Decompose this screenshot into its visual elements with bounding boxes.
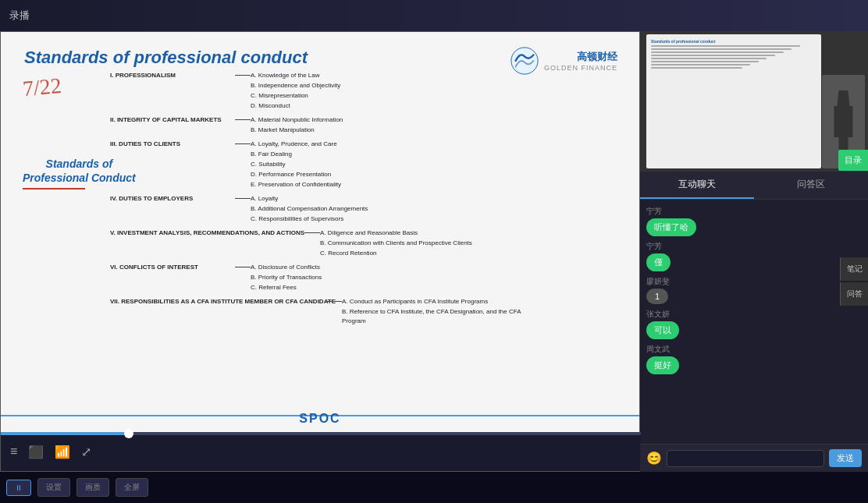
main-content: Standards of professional conduct 高顿财经 G… <box>0 31 868 472</box>
outline-row-2: III. DUTIES TO CLIENTSA. Loyalty, Pruden… <box>110 140 538 190</box>
pause-button[interactable]: ⏸ <box>6 480 31 496</box>
sub-item-0-0: A. Knowledge of the Law <box>251 71 340 80</box>
logo-text: 高顿财经 GOLDEN FINANCE <box>544 50 617 72</box>
outline-row-6: VII. RESPONSIBILITIES AS A CFA INSTITUTE… <box>110 297 538 326</box>
sub-item-0-1: B. Independence and Objectivity <box>251 81 340 90</box>
right-panel-inner: Standards of professional conduct <box>640 31 868 472</box>
chat-username-2: 宁芳 <box>646 241 671 252</box>
sub-item-4-0: A. Diligence and Reasonable Basis <box>320 228 472 238</box>
handwriting-overlay: 7/22 <box>22 73 62 101</box>
sub-item-6-1: B. Reference to CFA Institute, the CFA D… <box>342 307 538 326</box>
sub-item-2-0: A. Loyalty, Prudence, and Care <box>251 140 341 149</box>
chat-username-1: 宁芳 <box>646 206 696 217</box>
right-panel: Standards of professional conduct <box>640 31 868 472</box>
progress-bar-fill[interactable] <box>1 432 129 435</box>
slide-area: Standards of professional conduct 高顿财经 G… <box>0 31 640 472</box>
tab-qa[interactable]: 问答区 <box>754 172 868 199</box>
sub-item-2-1: B. Fair Dealing <box>251 150 341 159</box>
logo-en: GOLDEN FINANCE <box>544 64 617 72</box>
chat-bubble-5: 挺好 <box>646 356 679 374</box>
outline-container: I. PROFESSIONALISMA. Knowledge of the La… <box>110 71 538 331</box>
outline-row-0: I. PROFESSIONALISMA. Knowledge of the La… <box>110 71 538 111</box>
progress-bar-container[interactable] <box>1 432 641 435</box>
sub-item-6-0: A. Conduct as Participants in CFA Instit… <box>342 297 538 306</box>
roman-label-2: III. DUTIES TO CLIENTS <box>110 140 235 147</box>
chat-entry-1: 宁芳 听懂了哈 <box>646 206 862 236</box>
sub-item-5-0: A. Disclosure of Conflicts <box>251 263 322 272</box>
thumb-lines <box>651 45 816 69</box>
sub-item-2-3: D. Performance Presentation <box>251 170 341 179</box>
sub-item-2-2: C. Suitability <box>251 160 341 169</box>
roman-label-6: VII. RESPONSIBILITIES AS A CFA INSTITUTE… <box>110 297 326 305</box>
fullscreen-button[interactable]: 全屏 <box>116 478 148 497</box>
notes-button[interactable]: 笔记 <box>840 257 868 281</box>
thumbnail: Standards of professional conduct <box>640 31 868 172</box>
outline-row-1: II. INTEGRITY OF CAPITAL MARKETSA. Mater… <box>110 115 538 135</box>
sub-item-0-3: D. Misconduct <box>251 101 340 111</box>
chat-username-5: 周文武 <box>646 344 679 355</box>
chat-bubble-2: 僅 <box>646 253 671 271</box>
catalog-button[interactable]: 目录 <box>838 150 868 171</box>
fullscreen-icon[interactable]: ⤢ <box>81 445 91 459</box>
logo-cn: 高顿财经 <box>577 50 617 64</box>
controls-bar: ≡ ⬛ 📶 ⤢ <box>1 432 641 471</box>
sub-item-5-1: B. Priority of Transactions <box>251 273 322 282</box>
chat-bubble-3: 1 <box>646 289 668 304</box>
sub-item-1-1: B. Market Manipulation <box>251 126 343 135</box>
progress-thumb[interactable] <box>124 429 133 438</box>
chat-messages: 宁芳 听懂了哈 宁芳 僅 廖妍斐 1 <box>640 200 868 381</box>
chat-username-3: 廖妍斐 <box>646 276 670 287</box>
slide-inner: Standards of professional conduct 高顿财经 G… <box>1 32 639 432</box>
outline-row-3: IV. DUTIES TO EMPLOYERSA. LoyaltyB. Addi… <box>110 194 538 224</box>
chat-bubble-1: 听懂了哈 <box>646 218 696 236</box>
roman-label-3: IV. DUTIES TO EMPLOYERS <box>110 194 235 202</box>
outline-row-4: V. INVESTMENT ANALYSIS, RECOMMENDATIONS,… <box>110 228 538 258</box>
sub-item-3-1: B. Additional Compensation Arrangements <box>251 204 368 214</box>
wifi-icon[interactable]: 📶 <box>55 445 70 459</box>
send-button[interactable]: 发送 <box>829 449 862 467</box>
sub-item-4-2: C. Record Retention <box>320 249 472 258</box>
sub-item-3-0: A. Loyalty <box>251 194 368 204</box>
emoji-button[interactable]: 😊 <box>646 451 662 466</box>
chat-username-4: 张文妍 <box>646 309 679 320</box>
quality-button[interactable]: 画质 <box>76 478 109 497</box>
sub-item-4-1: B. Communication with Clients and Prospe… <box>320 239 472 248</box>
sub-item-1-0: A. Material Nonpublic Information <box>251 115 343 125</box>
chat-input[interactable] <box>667 450 824 467</box>
chat-entry-4: 张文妍 可以 <box>646 309 862 339</box>
roman-label-1: II. INTEGRITY OF CAPITAL MARKETS <box>110 115 235 123</box>
sub-item-2-4: E. Preservation of Confidentiality <box>251 180 341 190</box>
chat-bubble-4: 可以 <box>646 321 679 339</box>
chat-entry-3: 廖妍斐 1 <box>646 276 862 304</box>
chat-tabs: 互动聊天 问答区 <box>640 172 868 200</box>
outline-row-5: VI. CONFLICTS OF INTERESTA. Disclosure o… <box>110 263 538 292</box>
tab-interactive-chat[interactable]: 互动聊天 <box>640 172 754 199</box>
sub-item-5-2: C. Referral Fees <box>251 283 322 292</box>
answer-button[interactable]: 问答 <box>840 282 868 306</box>
sub-item-3-2: C. Responsibilities of Supervisors <box>251 214 368 224</box>
chat-entry-5: 周文武 挺好 <box>646 344 862 374</box>
top-bar-title: 录播 <box>9 9 30 23</box>
chat-input-area: 😊 发送 <box>640 444 868 472</box>
roman-label-0: I. PROFESSIONALISM <box>110 71 235 79</box>
thumb-slide: Standards of professional conduct <box>646 34 821 168</box>
stop-icon[interactable]: ⬛ <box>28 445 44 459</box>
menu-icon[interactable]: ≡ <box>10 445 17 459</box>
side-buttons: 笔记 问答 <box>840 257 868 306</box>
top-bar: 录播 <box>0 0 868 31</box>
spoc-label: SPOC <box>299 412 340 426</box>
roman-label-5: VI. CONFLICTS OF INTEREST <box>110 263 235 271</box>
roman-label-4: V. INVESTMENT ANALYSIS, RECOMMENDATIONS,… <box>110 228 304 236</box>
thumb-slide-title: Standards of professional conduct <box>651 39 816 44</box>
settings-button[interactable]: 设置 <box>37 478 70 497</box>
bottom-bar: ⏸ 设置 画质 全屏 <box>0 472 868 503</box>
chat-entry-2: 宁芳 僅 <box>646 241 862 271</box>
sub-item-0-2: C. Misrepresentation <box>251 91 340 101</box>
